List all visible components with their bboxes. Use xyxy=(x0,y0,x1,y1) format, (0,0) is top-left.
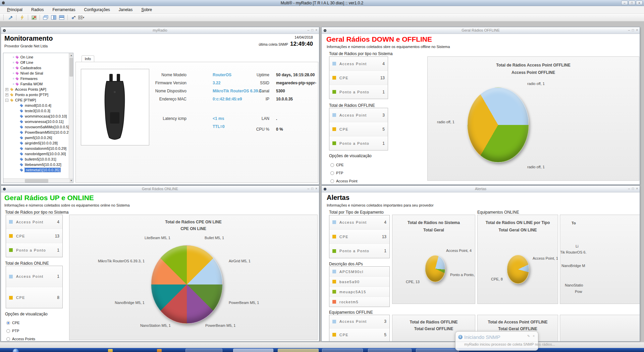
radio-icon[interactable] xyxy=(6,321,10,325)
tree-item[interactable]: -CPE [PTMP] xyxy=(5,97,36,103)
taskbar-window-button[interactable] xyxy=(322,349,363,352)
popup-close-icon[interactable]: × xyxy=(533,334,535,338)
tree-item[interactable]: ≡Firmwares xyxy=(13,76,38,81)
menu-ferramentas[interactable]: Ferramentas xyxy=(48,6,79,13)
app-titlebar[interactable]: Multi® - myRadio [T R I A L 30 dias] :: … xyxy=(0,0,644,6)
restore-button[interactable]: □ xyxy=(311,187,313,191)
cascade-windows-icon[interactable] xyxy=(42,14,49,20)
close-button[interactable]: × xyxy=(315,28,317,32)
tree-vertical-scrollbar[interactable]: ▲ ▼ xyxy=(69,53,73,183)
radio-label: PTP xyxy=(12,329,19,333)
close-button[interactable]: × xyxy=(636,1,643,5)
clipped-text: Tik RouterOS 6. xyxy=(560,250,586,254)
tree-item[interactable]: womvanessa[10.0.0.11] xyxy=(19,119,63,124)
minimize-button[interactable]: – xyxy=(628,28,630,32)
expand-icon[interactable]: + xyxy=(5,93,8,96)
list-item: CPE5 xyxy=(329,328,389,342)
close-button[interactable]: × xyxy=(636,28,638,32)
window-offline: Geral Rádios OFFLINE – □ × Geral Rádios … xyxy=(321,27,640,185)
radio-icon[interactable] xyxy=(330,171,334,175)
tab-info[interactable]: Info xyxy=(82,55,94,62)
radio-icon[interactable] xyxy=(330,163,334,167)
tree-item[interactable]: wommimocasa[10.0.0.10] xyxy=(19,114,67,119)
tree-item[interactable]: teste3[10.0.0.3] xyxy=(19,108,50,114)
tree-item[interactable]: bulletm5[10.0.0.31] xyxy=(19,157,56,162)
tree-item[interactable]: +Access Points [AP] xyxy=(5,87,46,92)
radio-option-access-point[interactable]: Access Point xyxy=(330,179,358,183)
tree-item[interactable]: +Ponto a ponto [PTP] xyxy=(5,92,48,97)
radio-icon[interactable] xyxy=(6,329,10,333)
window-titlebar[interactable]: Geral Rádios ONLINE – □ × xyxy=(1,186,319,192)
minimize-button[interactable]: – xyxy=(628,187,630,191)
close-button[interactable]: × xyxy=(315,187,317,191)
tree-item[interactable]: novowom5aMiMo[10.0.0.5] xyxy=(19,124,69,130)
popup-tool-icon[interactable]: ✎ xyxy=(527,334,530,338)
taskbar-window-button[interactable] xyxy=(278,349,319,352)
tree-item[interactable]: ≡On Line xyxy=(13,54,33,60)
menu-sobre[interactable]: Sobre xyxy=(137,6,156,13)
restore-button[interactable]: □ xyxy=(632,187,634,191)
radio-icon[interactable] xyxy=(6,337,10,341)
tree-item[interactable]: ≡Familia WOM xyxy=(13,81,43,87)
menu-principal[interactable]: Principal xyxy=(3,6,27,13)
lightning-icon[interactable] xyxy=(19,14,25,20)
restore-button[interactable]: □ xyxy=(311,28,313,32)
radio-option-access-points[interactable]: Access Points xyxy=(6,337,35,341)
legend-swatch xyxy=(332,235,336,238)
radio-option-cpe[interactable]: CPE xyxy=(330,163,344,167)
plugin-icon[interactable] xyxy=(70,14,77,20)
close-button[interactable]: × xyxy=(636,187,638,191)
map-icon[interactable] xyxy=(31,14,37,20)
tree-item-label: wommimocasa[10.0.0.10] xyxy=(25,114,67,118)
tree-item[interactable]: PowerBeamM501[10.0.0.25] xyxy=(19,130,71,135)
snmp-notification-popup[interactable]: i Iniciando SNMP ✎ × myRadio iniciou pro… xyxy=(455,331,538,351)
tree-item[interactable]: mimo8[10.0.0.4] xyxy=(19,103,51,108)
radio-option-ptp[interactable]: PTP xyxy=(6,329,19,333)
brush-icon[interactable] xyxy=(7,14,14,20)
menu-radios[interactable]: Radios xyxy=(27,6,48,13)
taskbar-window-button[interactable] xyxy=(233,349,273,352)
tree-horizontal-scrollbar[interactable] xyxy=(3,178,69,183)
expand-icon[interactable]: + xyxy=(5,88,8,91)
tile-vertical-icon[interactable] xyxy=(50,14,57,20)
tree-item[interactable]: netmetal1[10.0.0.35] xyxy=(19,167,60,173)
taskbar-window-button[interactable] xyxy=(368,349,412,352)
window-titlebar[interactable]: Alertas – □ × xyxy=(322,186,640,192)
tree-item[interactable]: ≡Off Line xyxy=(13,60,33,65)
start-button[interactable] xyxy=(13,349,19,352)
window-titlebar[interactable]: Geral Rádios OFFLINE – □ × xyxy=(322,27,640,34)
legend-swatch xyxy=(332,300,336,304)
restore-button[interactable]: □ xyxy=(632,28,634,32)
taskbar-window-button[interactable] xyxy=(416,349,459,352)
list-item: base5a90 xyxy=(329,277,389,287)
tree-item[interactable]: airgridm5[10.0.0.28] xyxy=(19,140,58,146)
minimize-button[interactable]: – xyxy=(308,28,310,32)
tree-item[interactable]: litebeamm5[10.0.0.32] xyxy=(19,162,61,167)
list-item-value: 4 xyxy=(382,61,385,66)
menu-janelas[interactable]: Janelas xyxy=(114,6,137,13)
pie-label: Access Point, 1 xyxy=(533,256,558,260)
tree-item[interactable]: ≡Nível de Sinal xyxy=(13,71,43,76)
grid-dropdown-icon[interactable]: ▼ xyxy=(78,14,85,20)
restore-button[interactable]: □ xyxy=(629,1,635,5)
tree-item[interactable]: nanostationm5[10.0.0.29] xyxy=(19,146,66,151)
tree-item-label: On Line xyxy=(20,55,34,59)
menu-configuracoes[interactable]: Configurações xyxy=(79,6,114,13)
tree-item[interactable]: pwm5[10.0.0.26] xyxy=(19,135,52,140)
radio-icon[interactable] xyxy=(330,179,334,183)
tree-item[interactable]: nanobridgem5[10.0.0.30] xyxy=(19,151,66,157)
menu-bar: Principal Radios Ferramentas Configuraçõ… xyxy=(0,6,644,14)
radio-option-ptp[interactable]: PTP xyxy=(330,171,343,175)
branch-icon: ≡ xyxy=(13,56,14,59)
radio-option-cpe[interactable]: CPE xyxy=(6,321,20,325)
minimize-button[interactable]: – xyxy=(308,187,310,191)
taskbar-icon[interactable] xyxy=(108,349,113,352)
tree-item[interactable]: ≡Cadastrados xyxy=(13,65,41,71)
tile-horizontal-icon[interactable] xyxy=(58,14,65,20)
taskbar[interactable] xyxy=(0,348,644,352)
minimize-button[interactable]: – xyxy=(621,1,628,5)
taskbar-window-button[interactable] xyxy=(185,349,222,352)
expand-icon[interactable]: - xyxy=(5,99,8,102)
window-titlebar[interactable]: myRadio – □ × xyxy=(1,27,319,34)
taskbar-icon[interactable] xyxy=(157,349,162,352)
